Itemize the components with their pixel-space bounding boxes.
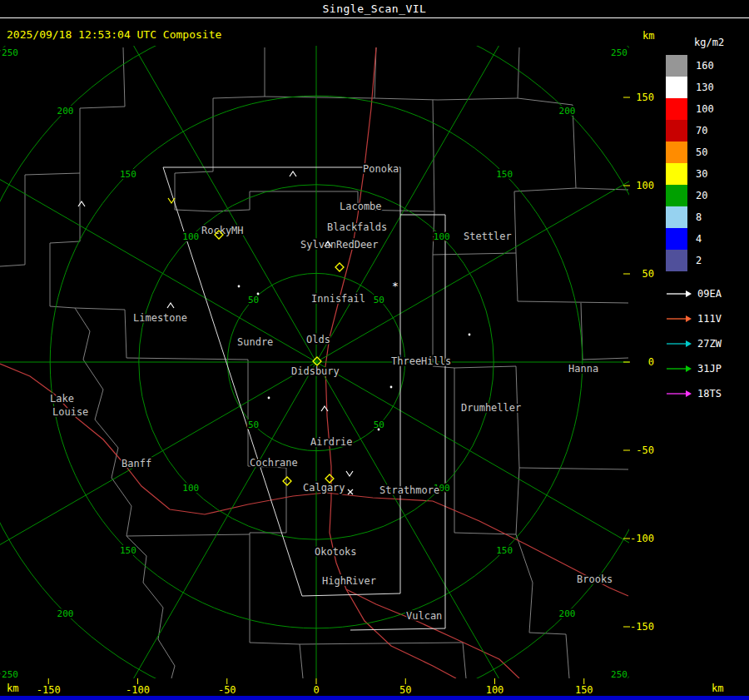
range-ring-label: 50 [248, 295, 259, 305]
city-label: ThreeHills [391, 355, 451, 367]
legend-track: 27ZW [666, 331, 749, 356]
city-label: Ponoka [363, 163, 399, 175]
storm-dot-marker [268, 397, 270, 400]
axis-right-label: -50 [636, 444, 654, 456]
legend-swatch [666, 141, 687, 163]
city-label: Innisfail [311, 293, 365, 305]
legend-entry: 8 [666, 206, 749, 228]
storm-dot-marker [390, 386, 393, 389]
axis-unit-km-bottom-right: km [712, 683, 723, 694]
city-label: Okotoks [315, 546, 357, 558]
range-ring-label: 200 [57, 106, 74, 117]
legend-track: 09EA [666, 281, 749, 306]
legend-entry: 160 [666, 55, 749, 77]
legend-swatch [666, 228, 687, 250]
city-label: Louise [52, 406, 88, 418]
range-ring [0, 0, 749, 700]
legend-track: 18TS [666, 381, 749, 406]
bottom-bar [0, 696, 749, 700]
storm-dot-marker [469, 334, 471, 336]
range-ring-label: 250 [611, 47, 627, 58]
radar-site-diamond [283, 477, 291, 485]
axis-bottom-label: 50 [399, 684, 411, 696]
city-label: Strathmore [379, 484, 439, 496]
legend-value: 4 [696, 233, 702, 245]
track-arrow-icon [666, 389, 692, 399]
axis-right-label: 100 [636, 180, 654, 191]
radar-app-window: Single_Scan_VIL [0, 0, 749, 700]
axis-bottom-label: 150 [575, 684, 593, 696]
axis-bottom-label: -50 [218, 684, 236, 696]
range-ring-label: 100 [182, 483, 199, 494]
city-label: Airdrie [310, 436, 353, 448]
legend-swatch [666, 163, 687, 185]
legend-swatch [666, 185, 687, 206]
city-label: Didsbury [291, 365, 340, 377]
track-id: 18TS [697, 388, 722, 400]
axis-bottom: -150-100-50050100150 [37, 678, 593, 696]
legend-entry: 4 [666, 228, 749, 250]
storm-dot-marker [257, 293, 260, 295]
axis-unit-km-bottom-left: km [7, 683, 18, 694]
track-id: 09EA [697, 288, 722, 300]
radar-map-canvas[interactable]: 5050505010010010010015015015015020020020… [0, 0, 749, 700]
track-arrow-icon [666, 364, 692, 374]
track-arrow-icon [666, 289, 692, 299]
range-ring-label: 50 [248, 420, 259, 430]
legend-track: 111V [666, 306, 749, 331]
range-ring-label: 250 [2, 669, 18, 680]
city-label: Lacombe [340, 201, 382, 212]
axis-right-label: 0 [648, 356, 654, 368]
range-ring-label: 150 [120, 169, 136, 180]
city-label: HighRiver [322, 575, 376, 587]
legend-entry: 50 [666, 141, 749, 163]
axis-unit-km-top: km [642, 30, 654, 42]
storm-asterisk-marker: * [392, 280, 399, 292]
legend-value: 70 [696, 125, 707, 137]
legend-entry: 20 [666, 185, 749, 206]
legend-entry: 130 [666, 77, 749, 98]
legend-panel: kg/m2 16013010070503020842 09EA111V27ZW3… [666, 37, 749, 406]
legend-track: 31JP [666, 356, 749, 381]
range-ring-label: 250 [2, 47, 18, 58]
storm-caret-marker [167, 303, 174, 308]
legend-swatch [666, 98, 687, 120]
range-ring-label: 200 [559, 106, 576, 117]
legend-swatch [666, 120, 687, 141]
track-id: 111V [697, 313, 722, 325]
axis-bottom-label: 100 [486, 684, 504, 696]
legend-entry: 30 [666, 163, 749, 185]
axis-right-label: -100 [630, 533, 654, 544]
legend-value: 160 [696, 60, 714, 72]
scan-area-outlines [163, 167, 445, 630]
city-label: Olds [306, 334, 330, 345]
radar-site-diamond [335, 263, 344, 271]
storm-markers: * [78, 171, 470, 494]
city-label: Calgary [303, 482, 345, 494]
legend-value: 130 [696, 82, 714, 93]
legend-storm-tracks: 09EA111V27ZW31JP18TS [666, 281, 749, 406]
axis-right-label: 150 [636, 92, 654, 103]
legend-value: 50 [696, 146, 707, 158]
city-label: Lake [50, 393, 74, 405]
legend-entry: 100 [666, 98, 749, 120]
track-arrow-icon [666, 314, 692, 324]
storm-dot-marker [238, 285, 241, 288]
city-label: Banff [122, 458, 151, 469]
city-label: Sundre [237, 336, 273, 348]
range-ring-label: 200 [559, 608, 576, 619]
range-rings [0, 0, 749, 700]
axis-bottom-label: 0 [313, 684, 319, 696]
axis-bottom-label: -100 [126, 684, 150, 696]
track-id: 31JP [697, 363, 722, 375]
city-label: Brooks [577, 573, 613, 585]
city-label: RedDeer [336, 239, 379, 251]
city-label: Sylvan [300, 239, 336, 251]
storm-caret-marker [290, 171, 296, 176]
legend-swatch [666, 77, 687, 98]
city-label: Drumheller [461, 402, 521, 414]
legend-entry: 2 [666, 250, 749, 271]
range-ring-label: 200 [57, 608, 74, 619]
range-ring-label: 150 [496, 545, 513, 556]
range-ring-label: 100 [182, 231, 199, 242]
